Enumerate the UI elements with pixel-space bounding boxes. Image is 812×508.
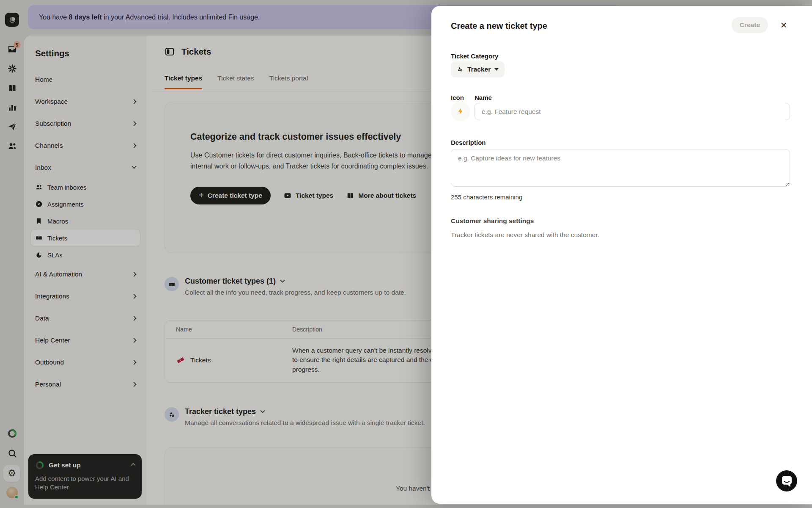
chat-bubble-icon — [776, 470, 798, 492]
ticket-category-label: Ticket Category — [451, 52, 498, 60]
close-button[interactable]: × — [776, 17, 792, 33]
name-input[interactable] — [475, 103, 790, 120]
icon-label: Icon — [451, 94, 464, 101]
sharing-settings-title: Customer sharing settings — [451, 217, 534, 225]
ticket-category-dropdown[interactable]: Tracker — [451, 61, 505, 77]
lightning-bolt-icon — [456, 107, 465, 116]
tracker-dots-icon — [457, 66, 464, 73]
create-ticket-type-drawer: Create a new ticket type Create × Ticket… — [431, 6, 812, 504]
icon-picker-button[interactable] — [451, 102, 470, 121]
caret-down-icon — [494, 68, 499, 71]
sharing-settings-text: Tracker tickets are never shared with th… — [451, 231, 599, 239]
messenger-launcher-button[interactable] — [776, 470, 798, 492]
description-textarea[interactable] — [451, 149, 790, 187]
drawer-title: Create a new ticket type — [451, 21, 547, 31]
close-icon: × — [780, 19, 787, 32]
name-label: Name — [475, 94, 492, 101]
chars-remaining: 255 characters remaining — [451, 193, 522, 201]
description-label: Description — [451, 139, 486, 146]
drawer-create-button[interactable]: Create — [732, 17, 768, 33]
ticket-category-value: Tracker — [467, 66, 491, 73]
